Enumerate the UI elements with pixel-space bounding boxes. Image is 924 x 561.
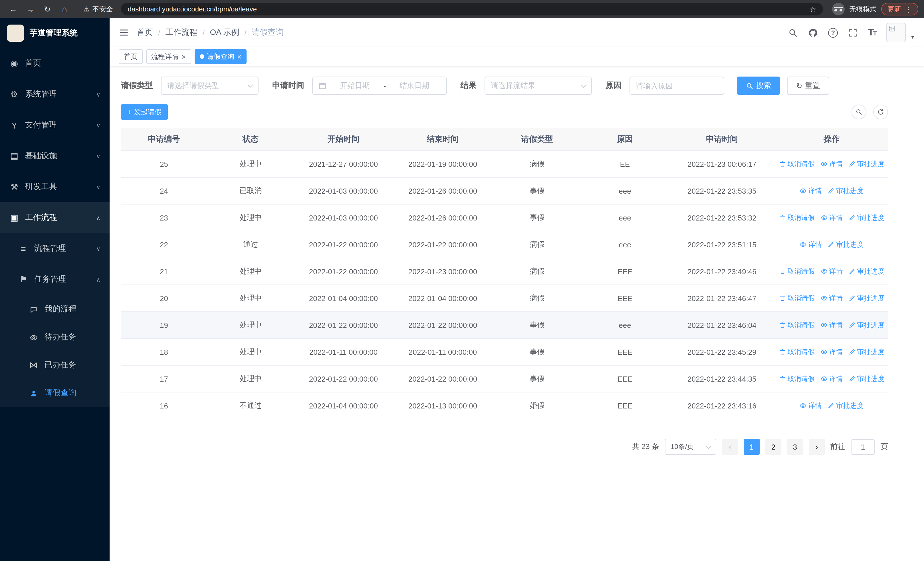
update-button[interactable]: 更新 ⋮: [881, 3, 918, 15]
cancel-leave-link[interactable]: 取消请假: [779, 266, 815, 276]
sidebar-item-payment[interactable]: ¥支付管理∨: [0, 110, 110, 141]
search-button[interactable]: 搜索: [737, 77, 780, 95]
font-size-icon[interactable]: TT: [868, 27, 876, 38]
detail-link[interactable]: 详情: [820, 159, 843, 169]
cancel-leave-link[interactable]: 取消请假: [779, 347, 815, 357]
sidebar-item-workflow[interactable]: ▣工作流程∧: [0, 202, 110, 233]
sidebar-item-label: 研发工具: [25, 182, 57, 192]
chevron-down-icon: [581, 82, 586, 87]
cell-end: 2022-01-04 00:00:00: [393, 294, 493, 302]
cancel-leave-link[interactable]: 取消请假: [779, 159, 815, 169]
back-icon[interactable]: ←: [6, 2, 21, 17]
sidebar-item-done-tasks[interactable]: ⋈已办任务: [0, 351, 110, 379]
approval-progress-label: 审批进度: [857, 266, 884, 276]
sidebar-item-my-process[interactable]: 我的流程: [0, 295, 110, 323]
breadcrumb-item[interactable]: OA 示例: [210, 27, 239, 38]
next-page-button[interactable]: ›: [809, 439, 825, 455]
cell-start: 2022-01-22 00:00:00: [294, 375, 392, 383]
breadcrumb-item[interactable]: 首页: [137, 27, 153, 38]
sidebar-item-leave-query[interactable]: 请假查询: [0, 379, 110, 407]
sidebar-item-infra[interactable]: ▤基础设施∨: [0, 141, 110, 171]
prev-page-button[interactable]: ‹: [722, 439, 738, 455]
cell-status: 处理中: [207, 374, 294, 384]
forward-icon[interactable]: →: [23, 2, 38, 17]
apply-time-label: 申请时间: [272, 81, 304, 91]
detail-link[interactable]: 详情: [800, 401, 822, 411]
approval-progress-link[interactable]: 审批进度: [848, 159, 884, 169]
column-header: 操作: [776, 134, 888, 144]
approval-progress-link[interactable]: 审批进度: [828, 240, 864, 250]
create-leave-button[interactable]: + 发起请假: [121, 104, 168, 120]
browser-menu-icon[interactable]: ⋮: [904, 5, 912, 14]
cancel-leave-link[interactable]: 取消请假: [779, 293, 815, 303]
cancel-leave-link[interactable]: 取消请假: [779, 213, 815, 223]
toggle-search-button[interactable]: [852, 105, 866, 119]
help-icon[interactable]: ?: [828, 28, 838, 38]
page-button-1[interactable]: 1: [744, 439, 760, 455]
calendar-icon: [318, 82, 327, 90]
tab-leave-query[interactable]: 请假查询×: [194, 49, 246, 64]
reload-icon[interactable]: ↻: [40, 2, 55, 17]
search-icon[interactable]: [788, 28, 798, 38]
sidebar-item-devtools[interactable]: ⚒研发工具∨: [0, 171, 110, 202]
sidebar-item-todo-tasks[interactable]: 待办任务: [0, 323, 110, 351]
approval-progress-link[interactable]: 审批进度: [848, 293, 884, 303]
tab-home[interactable]: 首页: [119, 49, 142, 64]
cell-id: 25: [121, 160, 207, 168]
address-bar[interactable]: dashboard.yudao.iocoder.cn/bpm/oa/leave …: [121, 3, 823, 15]
goto-page-input[interactable]: [851, 439, 875, 454]
security-indicator[interactable]: ⚠ 不安全: [83, 4, 113, 14]
user-menu-caret-icon[interactable]: ▼: [910, 35, 915, 42]
approval-progress-label: 审批进度: [857, 320, 884, 330]
active-tab-dot: [200, 54, 204, 59]
page-buttons: 123: [744, 439, 803, 455]
avatar[interactable]: [886, 23, 906, 42]
bookmark-star-icon[interactable]: ☆: [810, 5, 816, 14]
detail-link[interactable]: 详情: [820, 374, 843, 384]
sidebar-item-system[interactable]: ⚙系统管理∨: [0, 79, 110, 110]
chevron-down-icon: ∨: [96, 183, 100, 190]
close-icon[interactable]: ×: [182, 53, 186, 60]
leave-type-select[interactable]: 请选择请假类型: [161, 77, 258, 95]
breadcrumb-item[interactable]: 工作流程: [165, 27, 198, 38]
sidebar-item-process-mgmt[interactable]: ≡流程管理∨: [0, 233, 110, 264]
detail-link[interactable]: 详情: [820, 213, 843, 223]
page-button-3[interactable]: 3: [787, 439, 803, 455]
sidebar-item-home[interactable]: ◉首页: [0, 48, 110, 79]
sidebar-toggle-icon[interactable]: [119, 27, 129, 38]
sidebar-item-task-mgmt[interactable]: ⚑任务管理∧: [0, 264, 110, 295]
approval-progress-link[interactable]: 审批进度: [848, 347, 884, 357]
detail-link[interactable]: 详情: [800, 186, 822, 196]
reset-button[interactable]: ↻ 重置: [787, 77, 829, 95]
apply-time-range-picker[interactable]: 开始日期 - 结束日期: [312, 77, 447, 95]
list-icon: ≡: [18, 244, 28, 253]
cell-reason: eee: [581, 321, 669, 329]
approval-progress-link[interactable]: 审批进度: [848, 320, 884, 330]
approval-progress-link[interactable]: 审批进度: [848, 266, 884, 276]
close-icon[interactable]: ×: [237, 53, 242, 60]
approval-progress-link[interactable]: 审批进度: [828, 186, 864, 196]
page-size-select[interactable]: 10条/页: [665, 439, 716, 455]
cell-start: 2022-01-22 00:00:00: [294, 240, 392, 249]
approval-progress-link[interactable]: 审批进度: [848, 374, 884, 384]
result-select[interactable]: 请选择流结果: [484, 77, 592, 95]
github-icon[interactable]: [808, 28, 818, 38]
reason-input[interactable]: [630, 77, 724, 95]
approval-progress-link[interactable]: 审批进度: [828, 401, 864, 411]
tab-process-detail[interactable]: 流程详情×: [146, 49, 191, 64]
detail-link[interactable]: 详情: [820, 293, 843, 303]
detail-link[interactable]: 详情: [820, 320, 843, 330]
cancel-leave-link[interactable]: 取消请假: [779, 320, 815, 330]
cancel-leave-link[interactable]: 取消请假: [779, 374, 815, 384]
row-actions: 取消请假详情审批进度: [776, 293, 888, 303]
table-row: 19处理中2022-01-22 00:00:002022-01-22 00:00…: [121, 312, 888, 339]
range-separator: -: [384, 81, 386, 90]
page-button-2[interactable]: 2: [765, 439, 782, 455]
fullscreen-icon[interactable]: [848, 28, 858, 38]
detail-link[interactable]: 详情: [820, 266, 843, 276]
detail-link[interactable]: 详情: [820, 347, 843, 357]
refresh-table-button[interactable]: [873, 105, 888, 119]
approval-progress-link[interactable]: 审批进度: [848, 213, 884, 223]
home-icon[interactable]: ⌂: [57, 2, 72, 17]
detail-link[interactable]: 详情: [800, 240, 822, 250]
